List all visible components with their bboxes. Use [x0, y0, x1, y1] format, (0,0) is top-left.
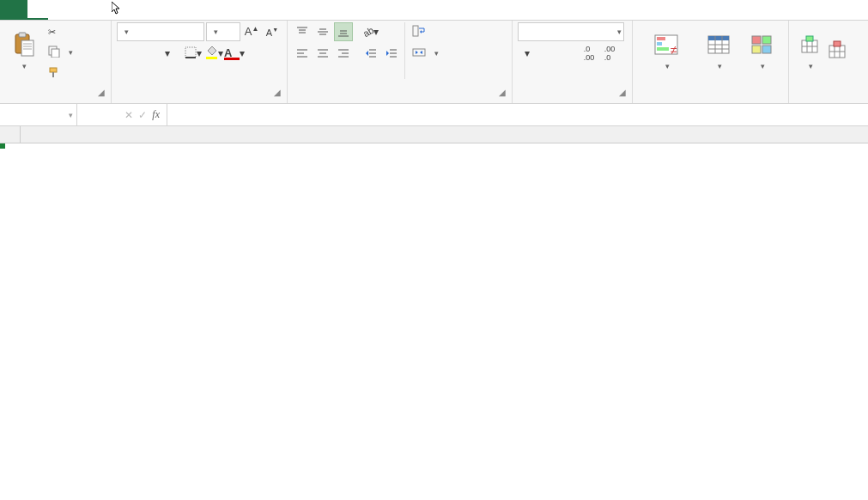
svg-rect-41	[657, 42, 662, 46]
font-size-combo[interactable]: ▾	[206, 22, 240, 41]
svg-rect-9	[52, 72, 54, 77]
name-box[interactable]: ▾	[0, 104, 77, 125]
borders-button[interactable]: ▾	[184, 44, 203, 63]
align-right-button[interactable]	[334, 44, 353, 63]
clipboard-launcher[interactable]: ◢	[95, 88, 107, 100]
align-top-icon	[296, 26, 308, 38]
number-format-combo[interactable]: ▾	[518, 22, 624, 41]
svg-text:≠: ≠	[671, 43, 677, 56]
align-left-button[interactable]	[293, 44, 312, 63]
formula-bar: ▾ ✕ ✓ fx	[0, 104, 868, 126]
font-launcher[interactable]: ◢	[271, 88, 283, 100]
formula-input[interactable]	[167, 104, 868, 125]
font-color-icon: A	[224, 46, 240, 60]
cut-button[interactable]: ✂	[45, 22, 76, 41]
fill-color-button[interactable]: ▾	[204, 44, 223, 63]
format-as-table-icon	[705, 31, 732, 58]
tab-home[interactable]	[27, 0, 48, 20]
conditional-formatting-button[interactable]: ≠ ▾	[638, 22, 695, 79]
chevron-down-icon: ▾	[240, 47, 245, 59]
font-name-combo[interactable]: ▾	[117, 22, 204, 41]
comma-button[interactable]	[559, 44, 578, 63]
cancel-icon[interactable]: ✕	[124, 109, 133, 121]
number-launcher[interactable]: ◢	[616, 88, 628, 100]
increase-decimal-button[interactable]: .0.00	[580, 44, 598, 63]
svg-rect-52	[752, 46, 761, 53]
italic-button[interactable]	[137, 44, 156, 63]
insert-cells-button[interactable]: ▾	[794, 22, 825, 79]
chevron-down-icon: ▾	[809, 62, 813, 70]
increase-font-button[interactable]: A▲	[242, 22, 261, 41]
currency-button[interactable]: ▾	[518, 44, 537, 63]
align-right-icon	[337, 47, 349, 59]
fx-icon[interactable]: fx	[152, 108, 160, 121]
paintbrush-icon	[48, 66, 60, 80]
increase-decimal-icon: .0.00	[584, 45, 595, 62]
svg-rect-40	[657, 37, 665, 40]
chevron-down-icon: ▾	[617, 27, 622, 36]
format-painter-button[interactable]	[45, 64, 76, 82]
decrease-font-button[interactable]: A▼	[263, 22, 282, 41]
delete-cells-button[interactable]	[825, 22, 849, 79]
chevron-down-icon: ▾	[525, 47, 530, 59]
conditional-formatting-icon: ≠	[653, 31, 680, 58]
group-alignment: ab▾ ▾ ◢	[288, 21, 513, 103]
align-center-button[interactable]	[313, 44, 332, 63]
decrease-decimal-button[interactable]: .00.0	[600, 44, 619, 63]
decrease-font-icon: A▼	[266, 27, 278, 38]
ribbon: ▾ ✂ ▾ ◢ ▾ ▾ A▲ A▼ ▾ ▾ ▾	[0, 21, 868, 104]
group-styles: ≠ ▾ ▾ ▾	[633, 21, 789, 103]
align-middle-button[interactable]	[313, 22, 332, 41]
svg-rect-58	[806, 36, 813, 41]
tab-insert[interactable]	[48, 0, 69, 20]
chevron-down-icon: ▾	[197, 47, 202, 59]
scissors-icon: ✂	[48, 27, 56, 38]
align-bottom-button[interactable]	[334, 22, 353, 41]
conditional-formatting-label: ▾	[664, 60, 670, 71]
chevron-down-icon: ▾	[22, 62, 27, 70]
format-as-table-label: ▾	[716, 60, 722, 71]
enter-icon[interactable]: ✓	[138, 109, 147, 121]
paste-button[interactable]: ▾	[5, 22, 41, 79]
column-headers	[0, 126, 868, 143]
tab-formulas[interactable]	[89, 0, 110, 20]
bold-button[interactable]	[117, 44, 136, 63]
chevron-down-icon: ▾	[124, 27, 129, 36]
decrease-indent-button[interactable]	[361, 44, 380, 63]
font-color-button[interactable]: A▾	[225, 44, 244, 63]
format-as-table-button[interactable]: ▾	[695, 22, 743, 79]
svg-rect-50	[752, 36, 761, 44]
wrap-text-button[interactable]	[409, 22, 442, 41]
tab-page-layout[interactable]	[69, 0, 89, 20]
select-all-corner[interactable]	[0, 126, 21, 143]
fill-handle[interactable]	[0, 143, 5, 149]
underline-button[interactable]: ▾	[158, 44, 177, 63]
copy-button[interactable]: ▾	[45, 43, 76, 62]
decrease-decimal-icon: .00.0	[604, 45, 616, 62]
group-font: ▾ ▾ A▲ A▼ ▾ ▾ ▾ A▾ ◢	[112, 21, 288, 103]
percent-button[interactable]	[538, 44, 557, 63]
tab-view[interactable]	[151, 0, 172, 20]
align-top-button[interactable]	[293, 22, 312, 41]
tab-review[interactable]	[131, 0, 151, 20]
merge-center-button[interactable]: ▾	[409, 44, 442, 63]
insert-cells-icon	[796, 31, 823, 58]
svg-rect-12	[206, 57, 217, 59]
chevron-down-icon: ▾	[165, 47, 170, 59]
svg-rect-1	[19, 33, 26, 37]
increase-indent-button[interactable]	[382, 44, 401, 63]
svg-rect-53	[762, 46, 771, 53]
svg-rect-63	[834, 41, 841, 46]
orientation-button[interactable]: ab▾	[361, 22, 380, 41]
increase-font-icon: A▲	[245, 25, 259, 38]
wrap-text-icon	[412, 25, 426, 39]
tab-file[interactable]	[0, 0, 27, 20]
svg-rect-42	[657, 47, 669, 51]
align-bottom-icon	[337, 26, 349, 38]
group-number: ▾ ▾ .0.00 .00.0 ◢	[513, 21, 633, 103]
svg-rect-10	[185, 47, 196, 58]
chevron-down-icon: ▾	[218, 47, 223, 59]
paste-icon	[9, 31, 37, 58]
cell-styles-button[interactable]: ▾	[743, 22, 780, 79]
alignment-launcher[interactable]: ◢	[496, 88, 508, 100]
